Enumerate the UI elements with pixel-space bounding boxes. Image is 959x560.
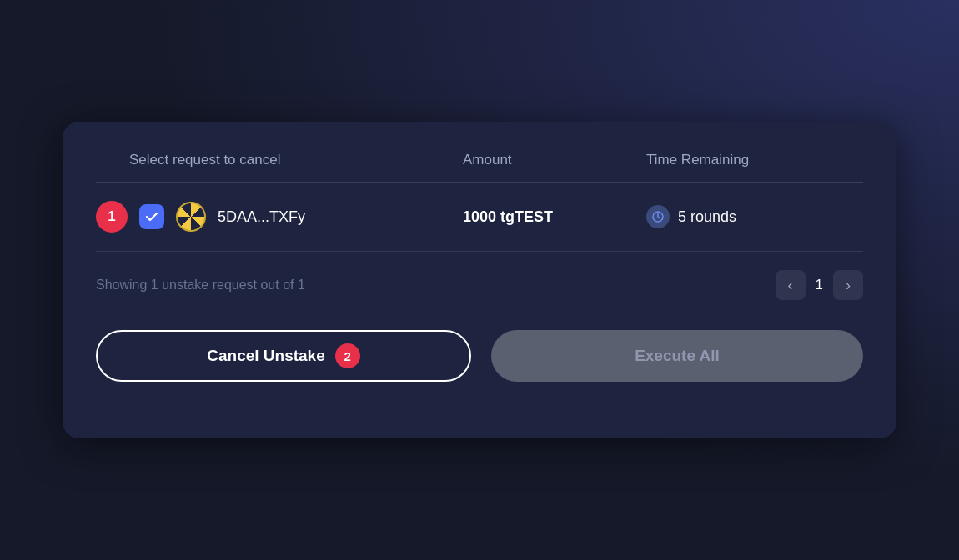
wallet-address: 5DAA...TXFy: [218, 208, 305, 226]
row-checkbox[interactable]: [139, 204, 164, 229]
pagination-row: Showing 1 unstake request out of 1 ‹ 1 ›: [96, 252, 863, 323]
current-page: 1: [816, 277, 823, 293]
cancel-unstake-label: Cancel Unstake: [207, 347, 325, 365]
table-header: Select request to cancel Amount Time Rem…: [96, 152, 863, 182]
col-header-time: Time Remaining: [646, 152, 863, 168]
token-icon: [176, 202, 206, 232]
execute-all-button[interactable]: Execute All: [491, 330, 863, 382]
col-header-select: Select request to cancel: [96, 152, 463, 168]
pagination-info: Showing 1 unstake request out of 1: [96, 278, 305, 292]
row-number: 1: [96, 201, 128, 232]
prev-page-button[interactable]: ‹: [776, 270, 806, 300]
time-remaining-cell: 5 rounds: [646, 205, 863, 228]
table-row: 1 5DAA...TXFy 1000 tgTEST 5 rounds: [96, 182, 863, 252]
clock-icon: [646, 205, 670, 228]
next-page-button[interactable]: ›: [833, 270, 863, 300]
col-header-amount: Amount: [463, 152, 646, 168]
row-identity: 1 5DAA...TXFy: [96, 201, 463, 232]
cancel-badge: 2: [335, 343, 360, 368]
amount-cell: 1000 tgTEST: [463, 208, 646, 226]
time-remaining-text: 5 rounds: [678, 208, 736, 226]
cancel-unstake-button[interactable]: Cancel Unstake 2: [96, 330, 471, 382]
actions-row: Cancel Unstake 2 Execute All: [96, 330, 863, 382]
unstake-modal: Select request to cancel Amount Time Rem…: [63, 122, 896, 438]
pagination-controls: ‹ 1 ›: [776, 270, 863, 300]
